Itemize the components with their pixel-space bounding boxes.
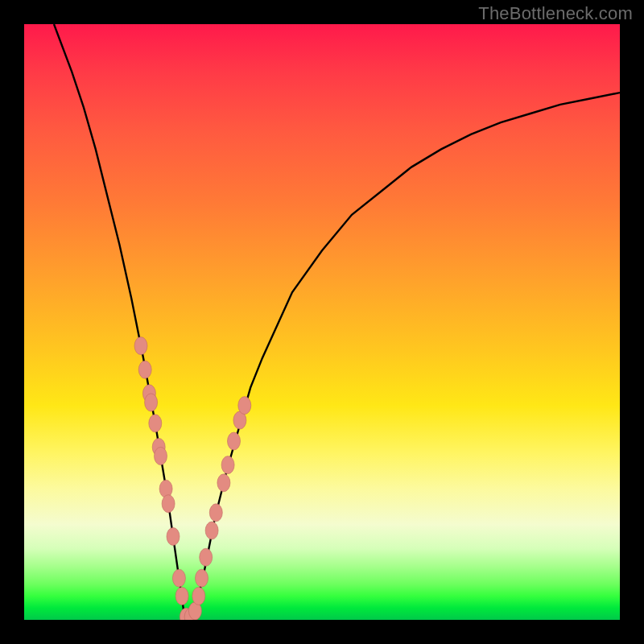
chart-frame: TheBottleneck.com — [0, 0, 644, 644]
marker-point — [217, 474, 230, 492]
curve-layer — [24, 24, 620, 620]
marker-point — [172, 569, 185, 587]
marker-point — [192, 587, 205, 605]
marker-point — [145, 394, 158, 411]
marker-point — [221, 456, 234, 474]
marker-point — [228, 432, 241, 450]
watermark-text: TheBottleneck.com — [478, 3, 633, 24]
marker-point — [149, 415, 162, 432]
marker-point — [167, 527, 180, 545]
plot-area — [24, 24, 620, 620]
marker-point — [238, 397, 251, 415]
marker-point — [134, 337, 147, 355]
marker-point — [175, 587, 188, 605]
marker-point — [200, 548, 213, 566]
bottleneck-curve — [54, 24, 620, 620]
marker-point — [155, 448, 167, 465]
marker-point — [159, 480, 172, 497]
marker-point — [196, 569, 208, 587]
marker-point — [209, 504, 222, 522]
marker-group — [134, 337, 251, 620]
marker-point — [138, 361, 151, 378]
marker-point — [162, 495, 175, 513]
marker-point — [205, 522, 218, 539]
